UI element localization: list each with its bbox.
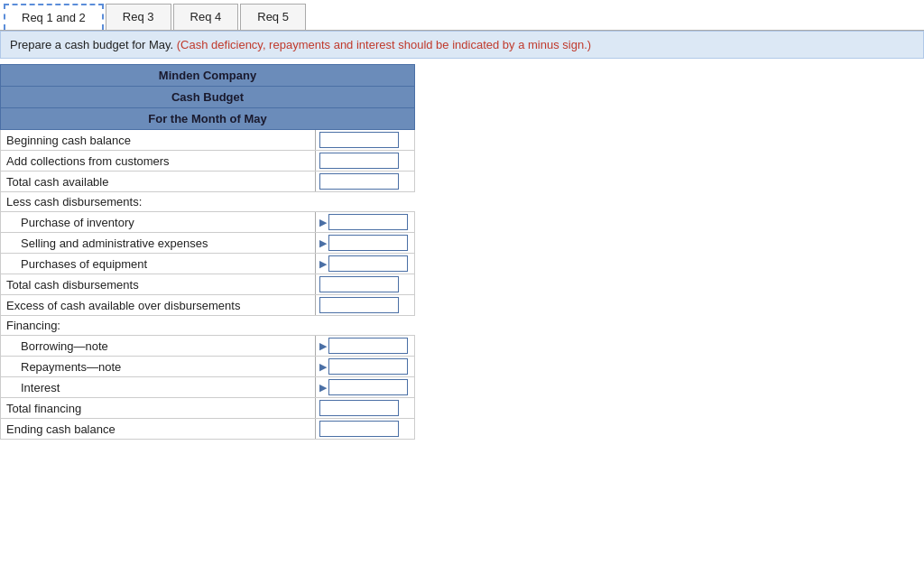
table-row: Borrowing—note ▶ bbox=[1, 336, 415, 357]
total-cash-available-input[interactable] bbox=[319, 173, 399, 190]
input-arrow-icon: ▶ bbox=[319, 340, 327, 352]
purchase-inventory-input[interactable] bbox=[328, 214, 408, 230]
row-label: Less cash disbursements: bbox=[1, 192, 415, 212]
row-input-cell bbox=[316, 151, 415, 172]
row-label: Financing: bbox=[1, 316, 415, 336]
row-label: Repayments—note bbox=[1, 357, 316, 377]
input-arrow-icon: ▶ bbox=[319, 258, 327, 270]
table-row: Total financing bbox=[1, 398, 415, 419]
table-title: Cash Budget bbox=[1, 87, 415, 108]
tab-req-1-2[interactable]: Req 1 and 2 bbox=[4, 4, 104, 30]
table-row: Beginning cash balance bbox=[1, 130, 415, 151]
table-row: Add collections from customers bbox=[1, 151, 415, 172]
tab-req-3[interactable]: Req 3 bbox=[106, 4, 171, 30]
row-label: Total financing bbox=[1, 398, 316, 419]
collections-input[interactable] bbox=[319, 153, 399, 169]
row-label: Purchase of inventory bbox=[1, 212, 316, 233]
interest-input[interactable] bbox=[328, 379, 408, 395]
input-arrow-icon: ▶ bbox=[319, 237, 327, 249]
table-row: Interest ▶ bbox=[1, 377, 415, 398]
table-row: Financing: bbox=[1, 316, 415, 336]
input-arrow-icon: ▶ bbox=[319, 217, 327, 228]
row-label: Excess of cash available over disburseme… bbox=[1, 295, 316, 316]
beginning-cash-input[interactable] bbox=[319, 132, 399, 148]
row-input-cell: ▶ bbox=[316, 212, 415, 233]
excess-cash-input[interactable] bbox=[319, 297, 399, 313]
row-input-cell: ▶ bbox=[316, 233, 415, 254]
purchases-equipment-input[interactable] bbox=[328, 255, 408, 272]
company-name-row: Minden Company bbox=[1, 65, 415, 87]
company-name: Minden Company bbox=[1, 65, 415, 87]
row-input-cell: ▶ bbox=[316, 357, 415, 377]
row-input-cell: ▶ bbox=[316, 336, 415, 357]
total-financing-input[interactable] bbox=[319, 400, 399, 416]
tab-bar: Req 1 and 2 Req 3 Req 4 Req 5 bbox=[0, 0, 924, 31]
row-input-cell: ▶ bbox=[316, 254, 415, 274]
table-row: Less cash disbursements: bbox=[1, 192, 415, 212]
instruction-note: (Cash deficiency, repayments and interes… bbox=[177, 38, 591, 51]
row-label: Add collections from customers bbox=[1, 151, 316, 172]
row-input-cell bbox=[316, 274, 415, 295]
total-disbursements-input[interactable] bbox=[319, 276, 399, 292]
table-row: Total cash disbursements bbox=[1, 274, 415, 295]
input-arrow-icon: ▶ bbox=[319, 382, 327, 394]
row-label: Selling and administrative expenses bbox=[1, 233, 316, 254]
row-label: Borrowing—note bbox=[1, 336, 316, 357]
table-row: Ending cash balance bbox=[1, 419, 415, 440]
table-subtitle: For the Month of May bbox=[1, 108, 415, 130]
table-title-row: Cash Budget bbox=[1, 87, 415, 108]
table-row: Total cash available bbox=[1, 172, 415, 192]
row-label: Beginning cash balance bbox=[1, 130, 316, 151]
instruction-bar: Prepare a cash budget for May. (Cash def… bbox=[0, 31, 924, 59]
row-input-cell bbox=[316, 419, 415, 440]
table-row: Purchases of equipment ▶ bbox=[1, 254, 415, 274]
row-input-cell: ▶ bbox=[316, 377, 415, 398]
input-arrow-icon: ▶ bbox=[319, 361, 327, 373]
ending-cash-input[interactable] bbox=[319, 421, 399, 437]
row-input-cell bbox=[316, 398, 415, 419]
table-row: Excess of cash available over disburseme… bbox=[1, 295, 415, 316]
tab-req-4[interactable]: Req 4 bbox=[173, 4, 239, 30]
row-input-cell bbox=[316, 295, 415, 316]
row-label: Ending cash balance bbox=[1, 419, 316, 440]
cash-budget-table: Minden Company Cash Budget For the Month… bbox=[0, 64, 415, 440]
row-label: Interest bbox=[1, 377, 316, 398]
row-label: Total cash disbursements bbox=[1, 274, 316, 295]
row-label: Total cash available bbox=[1, 172, 316, 192]
table-row: Repayments—note ▶ bbox=[1, 357, 415, 377]
table-row: Selling and administrative expenses ▶ bbox=[1, 233, 415, 254]
tab-req-5[interactable]: Req 5 bbox=[240, 4, 306, 30]
selling-admin-input[interactable] bbox=[328, 235, 408, 251]
borrowing-note-input[interactable] bbox=[328, 338, 408, 354]
repayments-note-input[interactable] bbox=[328, 358, 408, 375]
row-label: Purchases of equipment bbox=[1, 254, 316, 274]
row-input-cell bbox=[316, 130, 415, 151]
table-row: Purchase of inventory ▶ bbox=[1, 212, 415, 233]
row-input-cell bbox=[316, 172, 415, 192]
table-subtitle-row: For the Month of May bbox=[1, 108, 415, 130]
